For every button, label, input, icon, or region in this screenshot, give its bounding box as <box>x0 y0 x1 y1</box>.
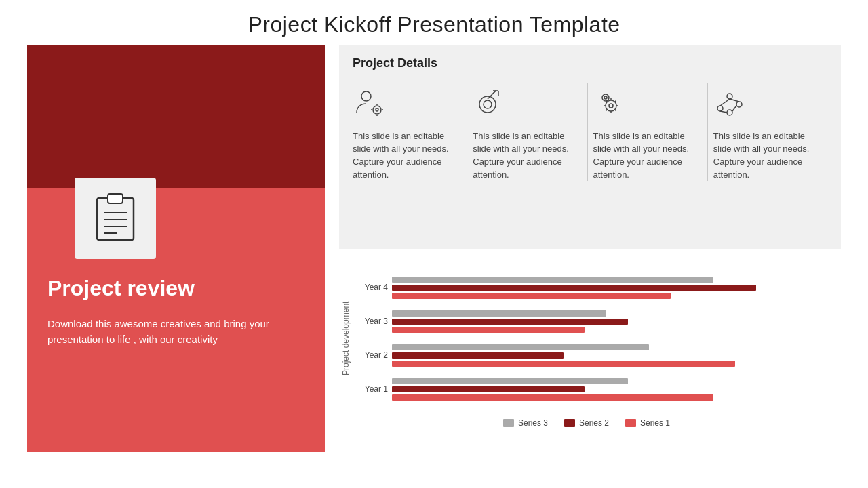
bar-group-year4 <box>392 277 821 299</box>
settings-double-icon <box>593 83 696 123</box>
chart-y-label: Project development <box>339 264 353 413</box>
bar-year3-series3 <box>392 310 606 317</box>
svg-rect-1 <box>108 194 123 203</box>
project-review-desc: Download this awesome creatives and brin… <box>47 317 278 347</box>
target-icon <box>473 83 576 123</box>
svg-line-38 <box>732 106 736 111</box>
bar-label-year2: Year 2 <box>359 350 388 360</box>
bar-year2-series3 <box>392 344 649 350</box>
legend-label-series2: Series 2 <box>579 418 609 428</box>
detail-text-3: This slide is an editable slide with all… <box>593 130 696 181</box>
bar-row-year3: Year 3 <box>359 309 821 333</box>
bar-year4-series3 <box>392 277 713 283</box>
detail-col-1: This slide is an editable slide with all… <box>353 83 467 181</box>
chart-legend: Series 3 Series 2 Series 1 <box>339 418 834 428</box>
detail-col-2: This slide is an editable slide with all… <box>467 83 587 181</box>
bar-year1-series2 <box>392 386 585 392</box>
detail-text-4: This slide is an editable slide with all… <box>713 130 816 181</box>
clipboard-icon <box>92 190 139 247</box>
bar-year2-series2 <box>392 352 564 359</box>
svg-point-31 <box>727 94 732 99</box>
bar-group-year1 <box>392 378 821 401</box>
svg-point-34 <box>736 102 742 107</box>
bar-group-year2 <box>392 344 821 367</box>
detail-text-2: This slide is an editable slide with all… <box>473 130 576 181</box>
legend-swatch-series1 <box>625 419 636 427</box>
bar-year3-series1 <box>392 327 585 333</box>
detail-text-1: This slide is an editable slide with all… <box>353 130 456 181</box>
svg-point-14 <box>484 100 492 108</box>
svg-point-29 <box>602 94 609 101</box>
svg-point-30 <box>604 96 607 99</box>
chart-body: Year 4 Year 3 <box>353 264 834 413</box>
bar-label-year3: Year 3 <box>359 317 388 326</box>
chart-wrapper: Project development Year 4 Year 3 <box>339 264 834 413</box>
legend-swatch-series3 <box>503 419 514 427</box>
bar-group-year3 <box>392 310 821 333</box>
bar-year2-series1 <box>392 361 735 367</box>
bar-year4-series1 <box>392 293 671 299</box>
legend-series1: Series 1 <box>625 418 670 428</box>
legend-swatch-series2 <box>564 419 575 427</box>
page-title: Project Kickoff Presentation Template <box>0 0 868 45</box>
details-title: Project Details <box>353 56 827 70</box>
left-panel: Project review Download this awesome cre… <box>27 45 326 452</box>
chart-section: Project development Year 4 Year 3 <box>339 257 841 466</box>
right-panel: Project Details <box>326 45 841 466</box>
svg-point-33 <box>727 110 732 115</box>
svg-point-32 <box>717 106 723 111</box>
person-settings-icon <box>353 83 456 123</box>
svg-point-8 <box>376 108 378 111</box>
detail-col-4: This slide is an editable slide with all… <box>708 83 827 181</box>
details-columns: This slide is an editable slide with all… <box>353 83 827 181</box>
clipboard-icon-box <box>75 178 156 259</box>
bar-label-year4: Year 4 <box>359 283 388 292</box>
details-section: Project Details <box>339 45 841 249</box>
svg-point-6 <box>361 92 371 101</box>
svg-line-35 <box>720 99 730 106</box>
legend-series3: Series 3 <box>503 418 548 428</box>
svg-line-28 <box>606 109 607 110</box>
bar-row-year2: Year 2 <box>359 343 821 367</box>
bar-year3-series2 <box>392 319 628 325</box>
svg-point-7 <box>373 106 381 114</box>
legend-label-series1: Series 1 <box>640 418 670 428</box>
svg-line-27 <box>614 101 616 102</box>
bar-row-year4: Year 4 <box>359 275 821 300</box>
main-container: Project review Download this awesome cre… <box>27 45 841 466</box>
svg-line-37 <box>720 111 727 113</box>
bar-year1-series1 <box>392 394 713 401</box>
bar-year4-series2 <box>392 285 756 291</box>
detail-col-3: This slide is an editable slide with all… <box>588 83 708 181</box>
svg-line-26 <box>614 109 616 110</box>
legend-series2: Series 2 <box>564 418 609 428</box>
legend-label-series3: Series 3 <box>518 418 548 428</box>
network-icon <box>713 83 816 123</box>
svg-point-20 <box>609 104 613 108</box>
bar-label-year1: Year 1 <box>359 384 388 394</box>
svg-line-36 <box>730 99 739 102</box>
project-review-title: Project review <box>47 276 195 301</box>
bar-row-year1: Year 1 <box>359 377 821 401</box>
bar-year1-series3 <box>392 378 628 384</box>
